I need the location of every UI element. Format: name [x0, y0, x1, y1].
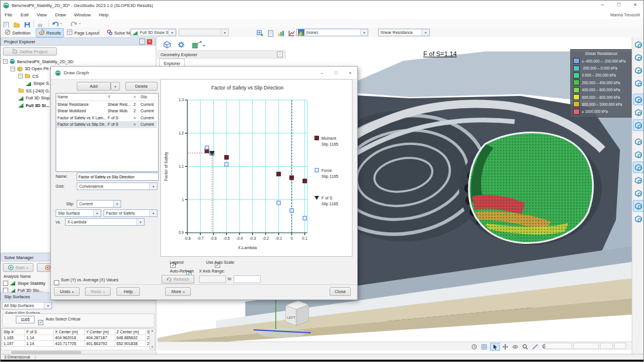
axis-y-dropdown[interactable]: Factor of Safety▾ — [104, 209, 157, 217]
polygon-tool-icon[interactable] — [633, 187, 644, 199]
collapse-icon[interactable]: − — [18, 74, 23, 78]
close-panel-icon[interactable]: × — [147, 39, 152, 44]
graph-row[interactable]: Shear MobilizedShear Mob.2Current — [56, 108, 157, 115]
menu-edit[interactable]: Edit — [16, 11, 33, 19]
graph-colors-icon[interactable] — [278, 29, 286, 36]
collapse-icon[interactable]: − — [3, 59, 8, 64]
select-cursor-icon[interactable] — [490, 343, 500, 351]
orbit-icon[interactable] — [510, 343, 520, 351]
open-file-icon[interactable] — [13, 20, 21, 27]
save-file-icon[interactable] — [24, 20, 32, 27]
refresh-button[interactable]: Refresh — [162, 275, 194, 284]
undo-button[interactable]: Undo▾ — [54, 287, 80, 296]
view-state-selector[interactable]: (none)▾ — [296, 29, 368, 36]
zoom-in-cube-icon[interactable] — [633, 64, 644, 76]
sketch-tool-icon[interactable]: ▾ — [190, 39, 208, 50]
graph-row[interactable]: Shear ResistanceShear Resi...2Current — [56, 101, 157, 108]
close-button[interactable]: × — [627, 2, 643, 8]
menu-help[interactable]: Help — [95, 11, 112, 19]
start-button[interactable]: Start▾ — [3, 263, 33, 272]
close-dialog-button[interactable]: Close — [330, 287, 351, 296]
zoom-extents-icon[interactable] — [633, 51, 644, 63]
pin-icon[interactable]: ⊥ — [139, 39, 145, 44]
axis-object-dropdown[interactable]: Slip Surface▾ — [56, 209, 101, 217]
analysis-selector[interactable]: Full 3D Slope Stabi...▾ — [131, 29, 176, 36]
analysis-checkbox[interactable] — [3, 281, 8, 286]
redo-button[interactable]: Redo▾ — [85, 287, 111, 296]
grid-icon[interactable] — [479, 343, 489, 351]
slip-filter-dropdown[interactable]: All Slip Surfaces▾ — [2, 302, 52, 309]
minimize-button[interactable]: – — [594, 2, 611, 8]
zoom-icon[interactable] — [520, 343, 530, 351]
column-header[interactable]: X Center (m) — [54, 329, 85, 335]
cube-view-icon[interactable] — [161, 39, 173, 50]
define-project-button[interactable]: Define Project — [3, 47, 57, 56]
help-button[interactable]: Help — [117, 287, 140, 296]
maximize-button[interactable]: □ — [611, 2, 627, 8]
slice-plane-icon[interactable] — [633, 149, 644, 160]
report-page-icon[interactable] — [267, 29, 275, 36]
contour-selector[interactable]: Shear Resistance▾ — [378, 29, 430, 36]
tree-item[interactable]: −BenchedPit_Stability_2D_3D — [2, 58, 154, 65]
secondary-selector[interactable]: ▾ — [179, 29, 229, 36]
more-button[interactable]: More▾ — [165, 287, 191, 296]
dropdown-arrow-icon[interactable]: ▾ — [60, 22, 62, 25]
rotate-object-icon[interactable] — [633, 119, 644, 131]
print-icon[interactable] — [37, 20, 44, 27]
dialog-minimize-button[interactable]: – — [315, 70, 329, 75]
sketch-page-icon[interactable] — [633, 213, 644, 225]
dialog-maximize-button[interactable]: □ — [329, 70, 343, 75]
draw-graph-icon[interactable] — [288, 29, 296, 36]
slip-surface-table[interactable]: Slip #F of SX Center (m)Y Center (m)Z Ce… — [1, 328, 150, 350]
zoom-objects-icon[interactable] — [633, 39, 644, 50]
column-header[interactable]: Y Center (m) — [85, 329, 115, 335]
x-range-max-input[interactable] — [234, 275, 261, 283]
point-tool-icon[interactable] — [633, 200, 644, 212]
undo-icon[interactable] — [52, 20, 60, 27]
graph-name-input[interactable] — [77, 173, 159, 181]
view-grid-icon[interactable] — [256, 29, 265, 36]
tab-definition[interactable]: Definition — [2, 28, 33, 37]
x-range-min-input[interactable] — [199, 275, 226, 283]
gear-icon[interactable] — [175, 39, 187, 50]
slip-dropdown[interactable]: Current▾ — [77, 200, 121, 208]
column-header[interactable]: Z Center (m) — [115, 329, 146, 335]
add-graph-button[interactable]: Add — [77, 82, 111, 91]
menu-draw[interactable]: Draw — [51, 11, 70, 19]
tab-page-layout[interactable]: Page Layout — [64, 28, 102, 37]
sphere-view-icon[interactable] — [633, 174, 644, 186]
view-shading-icon[interactable] — [633, 106, 644, 118]
column-header[interactable]: F of S — [25, 329, 54, 335]
grid-dropdown[interactable]: Convergence▾ — [77, 182, 157, 190]
delete-graph-button[interactable]: Delete — [125, 82, 157, 91]
graphs-list[interactable]: NameY>SlipShear ResistanceShear Resi...2… — [56, 93, 159, 172]
paint-bucket-icon[interactable] — [633, 136, 644, 147]
graph-row[interactable]: Factor of Safety vs Slip Dir...F of S>Cu… — [56, 121, 157, 128]
view-mesh-icon[interactable] — [633, 94, 644, 105]
table-row[interactable]: 1,1971.14410.717705401.863792652.9018382… — [2, 341, 151, 347]
pin-icon[interactable]: ⊥ — [277, 51, 283, 57]
new-file-icon[interactable] — [3, 20, 11, 27]
table-vscrollbar[interactable]: ▲ ▼ — [149, 328, 155, 349]
axis-x-dropdown[interactable]: X-Lambda▾ — [65, 218, 145, 226]
menu-view[interactable]: View — [33, 11, 51, 19]
dialog-title-bar[interactable]: Draw Graph –□× — [51, 67, 357, 80]
highlight-results-icon[interactable] — [633, 161, 644, 173]
pan-icon[interactable] — [500, 343, 510, 351]
measure-icon[interactable] — [530, 343, 540, 351]
column-header[interactable]: Slip # — [2, 329, 25, 335]
clock-icon[interactable] — [469, 343, 479, 351]
auto-select-critical-checkbox[interactable] — [38, 320, 43, 325]
dialog-close-icon[interactable]: × — [343, 70, 357, 75]
table-row[interactable]: 1,1651.14404.962018404.287187648.8856322… — [2, 335, 151, 341]
redo-icon[interactable] — [71, 20, 78, 27]
tab-results[interactable]: Results — [36, 28, 64, 37]
zoom-region-icon[interactable] — [633, 77, 644, 89]
add-graph-dropdown[interactable]: ▾ — [111, 82, 120, 91]
slip-number-input[interactable] — [16, 316, 35, 323]
dropdown-arrow-icon[interactable]: ▾ — [79, 22, 81, 25]
menu-window[interactable]: Window — [70, 11, 95, 19]
graph-row[interactable]: Factor of Safety vs X Lam...F of S>Curre… — [56, 115, 157, 122]
collapse-icon[interactable]: − — [11, 67, 15, 71]
menu-file[interactable]: File — [1, 11, 16, 19]
